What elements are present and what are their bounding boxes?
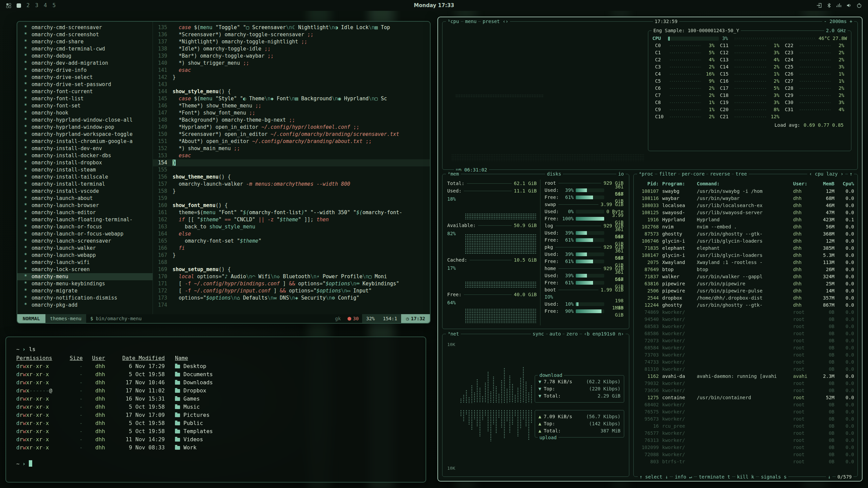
file-tree-item[interactable]: *omarchy-launch-screensaver: [17, 238, 153, 245]
process-row[interactable]: 71837walker/usr/bin/walker --gappldhh324…: [637, 273, 854, 280]
file-tree-item[interactable]: *omarchy-install-steam: [17, 166, 153, 174]
process-row[interactable]: 102099kworker/root0B0.0: [637, 444, 854, 451]
process-row[interactable]: 1162avahi-daavahi-daemon: running [avahi…: [637, 373, 854, 380]
proc-scroll-down[interactable]: ↓: [826, 473, 832, 480]
process-row[interactable]: 76577kworker/root0B0.0: [637, 430, 854, 437]
process-row[interactable]: 2506pipewire/usr/bin/pipewire-pulsedhh14…: [637, 287, 854, 294]
file-tree-item[interactable]: *omarchy-pkg-add: [17, 302, 153, 309]
code-line[interactable]: 153 esac: [153, 152, 430, 159]
file-tree-item[interactable]: *omarchy-launch-or-focus: [17, 223, 153, 230]
process-row[interactable]: 2075XwaylandXwayland :1 -rootless -dhh11…: [637, 259, 854, 266]
code-line[interactable]: 145 case $(menu "Style" "◐ Theme\n◆ Font…: [153, 95, 430, 102]
process-row[interactable]: 74869kworker/root0B0.0: [637, 309, 854, 316]
code-line[interactable]: 148 *Background*) omarchy-theme-bg-next …: [153, 117, 430, 124]
proc-scroll-up[interactable]: ↑: [848, 170, 854, 177]
file-tree-item[interactable]: *omarchy-install-dev-env: [17, 145, 153, 152]
proc-footer-item[interactable]: info ↵: [673, 473, 694, 480]
process-row[interactable]: 106746glycin-i/usr/lib/glycin-loadersdhh…: [637, 238, 854, 245]
file-tree-item[interactable]: *omarchy-install-docker-dbs: [17, 152, 153, 159]
btop-preset-button[interactable]: preset ‹›: [481, 18, 510, 25]
proc-footer-item[interactable]: terminate t: [697, 473, 732, 480]
code-line[interactable]: 171 [ -f ~/.config/hypr/bindings.conf ] …: [153, 280, 430, 287]
code-line[interactable]: 168: [153, 259, 430, 266]
code-line[interactable]: 140 *) show_trigger_menu ;;: [153, 60, 430, 67]
diagnostics-badge[interactable]: 30: [344, 316, 362, 321]
code-line[interactable]: 154}: [153, 159, 430, 166]
process-row[interactable]: 803btrfs-trroot0B0.0: [637, 458, 854, 465]
code-line[interactable]: 162 if [[ "$theme" == "CNCLD" || -z "$th…: [153, 216, 430, 223]
file-tree-item[interactable]: *omarchy-cmd-terminal-cwd: [17, 45, 153, 53]
proc-footer-item[interactable]: signals s: [759, 473, 788, 480]
file-tree-item[interactable]: *omarchy-install-terminal: [17, 181, 153, 188]
file-tree-item[interactable]: *omarchy-launch-browser: [17, 202, 153, 209]
toggle-zero[interactable]: zero: [565, 330, 579, 337]
screencast-icon[interactable]: [816, 3, 822, 8]
toggle-reverse[interactable]: reverse: [708, 170, 732, 177]
file-tree-item[interactable]: *omarchy-font-list: [17, 95, 153, 102]
code-line[interactable]: 151 *About*) open_in_editor ~/.config/om…: [153, 138, 430, 145]
process-row[interactable]: 76575kworker/root0B0.0: [637, 408, 854, 415]
code-line[interactable]: 165 omarchy-font-set "$theme": [153, 238, 430, 245]
process-row[interactable]: 68584kworker/root0B0.0: [637, 344, 854, 351]
file-tree-item[interactable]: *omarchy-menu-keybindings: [17, 280, 153, 287]
process-row[interactable]: 68402kworker/root0B0.0: [637, 401, 854, 408]
code-line[interactable]: 156show_theme_menu() {: [153, 174, 430, 181]
process-row[interactable]: 73703kworker/root0B0.0: [637, 351, 854, 359]
process-row[interactable]: 72073kworker/root0B0.0: [637, 337, 854, 344]
code-line[interactable]: 164 else: [153, 230, 430, 238]
proc-footer-item[interactable]: kill k: [735, 473, 756, 480]
file-tree-item[interactable]: *omarchy-cmd-screensaver: [17, 24, 153, 31]
code-line[interactable]: 173 options="$options\n⌂ Defaults\n✉ DNS…: [153, 294, 430, 302]
process-row[interactable]: 108125swayosd-/usr/lib/swayosd-serverdhh…: [637, 209, 854, 216]
file-tree-item[interactable]: *omarchy-launch-walker: [17, 245, 153, 252]
code-line[interactable]: 170 local options="♪ Audio\n◠ Wifi\n◇ Bl…: [153, 273, 430, 280]
bluetooth-icon[interactable]: [827, 3, 831, 8]
process-row[interactable]: 72088kworker/root0B0.0: [637, 451, 854, 458]
proc-panel-title[interactable]: ⁴proc: [637, 170, 655, 177]
code-line[interactable]: 161 theme=$(menu "Font" "$(omarchy-font-…: [153, 209, 430, 216]
code-line[interactable]: 141 esac: [153, 67, 430, 74]
power-icon[interactable]: [856, 3, 862, 8]
process-row[interactable]: 95673kworker/root0B0.0: [637, 415, 854, 423]
process-row[interactable]: 12244ghostty/usr/bin/ghostty --gtk-dhh86…: [637, 302, 854, 309]
code-line[interactable]: 166 fi: [153, 245, 430, 252]
code-line[interactable]: 147 *Font*) show_font_menu ;;: [153, 109, 430, 117]
file-tree-item[interactable]: *omarchy-launch-editor: [17, 209, 153, 216]
process-table-header[interactable]: Pid: Program: Command: User: MemB Cpu%: [637, 180, 854, 188]
net-panel-title[interactable]: ³net: [446, 330, 461, 337]
refresh-interval-control[interactable]: - 2000ms +: [822, 18, 854, 25]
process-row[interactable]: 108033localsea/usr/lib/localsearch-exdhh…: [637, 202, 854, 209]
process-row[interactable]: 63816pipewire/usr/bin/pipewiredhh25M0.0: [637, 280, 854, 287]
file-tree-item[interactable]: *omarchy-migrate: [17, 287, 153, 294]
code-line[interactable]: 163 back_to show_style_menu: [153, 223, 430, 230]
toggle-tree[interactable]: tree: [734, 170, 749, 177]
mem-panel-title[interactable]: ²mem: [446, 170, 461, 177]
process-row[interactable]: 102768nvimnvim --embed .dhh56M0.0: [637, 223, 854, 230]
process-row[interactable]: 73656kworker/root0B0.0: [637, 387, 854, 394]
btop-menu-button[interactable]: menu: [463, 18, 478, 25]
code-line[interactable]: 146 *Theme*) show_theme_menu ;;: [153, 102, 430, 109]
process-row[interactable]: 2544dropbox/home/dhh/.dropbox-distdhh357…: [637, 294, 854, 302]
file-tree-item[interactable]: *omarchy-drive-set-password: [17, 81, 153, 88]
file-tree-item[interactable]: *omarchy-launch-webapp: [17, 252, 153, 259]
toggle-filter[interactable]: filter: [657, 170, 678, 177]
file-tree-item[interactable]: *omarchy-install-dropbox: [17, 159, 153, 166]
file-tree-item[interactable]: *omarchy-hyprland-workspace-toggle: [17, 131, 153, 138]
process-row[interactable]: 108107swaybg/usr/bin/swaybg -i /homdhh12…: [637, 188, 854, 195]
file-tree-item[interactable]: *omarchy-hyprland-window-close-all: [17, 117, 153, 124]
file-tree-item[interactable]: *omarchy-cmd-screenshot: [17, 31, 153, 38]
process-row[interactable]: 68583kworker/root0B0.0: [637, 323, 854, 330]
cpu-panel-title[interactable]: ¹cpu: [446, 18, 461, 25]
io-toggle[interactable]: io: [616, 170, 626, 177]
process-row[interactable]: 1275containe/usr/bin/containerdroot52M0.…: [637, 394, 854, 401]
file-tree-item[interactable]: *omarchy-hook: [17, 109, 153, 117]
toggle-sync[interactable]: sync: [531, 330, 546, 337]
proc-sort-mode[interactable]: ‹ cpu lazy ›: [807, 170, 845, 177]
proc-footer-item[interactable]: ↑ select ↓: [638, 473, 670, 480]
file-tree-item[interactable]: *omarchy-launch-wifi: [17, 259, 153, 266]
terminal-cursor[interactable]: [29, 460, 32, 467]
file-tree-item[interactable]: *omarchy-font-set: [17, 102, 153, 109]
file-tree-item[interactable]: *omarchy-install-vscode: [17, 188, 153, 195]
process-row[interactable]: 108147glycin-i/usr/lib/glycin-loadersdhh…: [637, 252, 854, 259]
code-line[interactable]: 160show_font_menu() {: [153, 202, 430, 209]
